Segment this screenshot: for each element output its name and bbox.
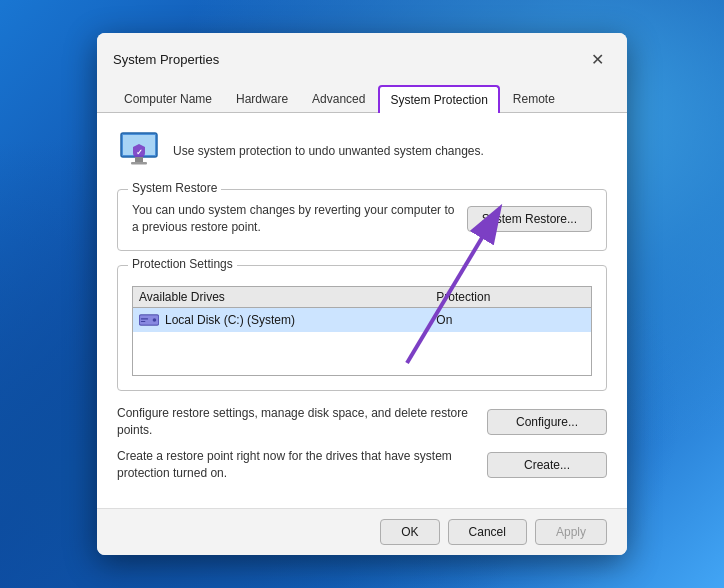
ok-button[interactable]: OK — [380, 519, 439, 545]
drive-protection-cell: On — [436, 313, 585, 327]
create-section: Create a restore point right now for the… — [117, 448, 607, 482]
system-restore-section: System Restore You can undo system chang… — [117, 189, 607, 251]
col-protection: Protection — [436, 290, 585, 304]
system-restore-row: You can undo system changes by reverting… — [132, 202, 592, 236]
top-description: Use system protection to undo unwanted s… — [173, 144, 484, 158]
tab-hardware[interactable]: Hardware — [225, 85, 299, 112]
close-button[interactable]: ✕ — [583, 45, 611, 73]
table-row[interactable]: Local Disk (C:) (System) On — [133, 308, 591, 332]
svg-rect-4 — [131, 162, 147, 165]
svg-rect-3 — [135, 157, 143, 162]
configure-button[interactable]: Configure... — [487, 409, 607, 435]
tab-content: ✓ Use system protection to undo unwanted… — [97, 113, 627, 508]
create-button[interactable]: Create... — [487, 452, 607, 478]
system-protection-icon: ✓ — [117, 129, 161, 173]
protection-settings-label: Protection Settings — [128, 257, 237, 271]
dialog-title: System Properties — [113, 52, 219, 67]
configure-section: Configure restore settings, manage disk … — [117, 405, 607, 439]
drive-name-cell: Local Disk (C:) (System) — [139, 312, 436, 328]
cancel-button[interactable]: Cancel — [448, 519, 527, 545]
tab-advanced[interactable]: Advanced — [301, 85, 376, 112]
top-section: ✓ Use system protection to undo unwanted… — [117, 129, 607, 173]
system-restore-label: System Restore — [128, 181, 221, 195]
system-restore-description: You can undo system changes by reverting… — [132, 202, 457, 236]
system-properties-dialog: System Properties ✕ Computer Name Hardwa… — [97, 33, 627, 555]
tab-remote[interactable]: Remote — [502, 85, 566, 112]
title-bar: System Properties ✕ — [97, 33, 627, 73]
col-drives: Available Drives — [139, 290, 436, 304]
drive-icon — [139, 312, 159, 328]
drives-table: Available Drives Protection Local D — [132, 286, 592, 376]
create-description: Create a restore point right now for the… — [117, 448, 477, 482]
apply-button[interactable]: Apply — [535, 519, 607, 545]
system-restore-button[interactable]: System Restore... — [467, 206, 592, 232]
svg-point-7 — [153, 318, 157, 322]
svg-rect-9 — [141, 321, 146, 322]
table-header: Available Drives Protection — [133, 287, 591, 308]
dialog-footer: OK Cancel Apply — [97, 508, 627, 555]
svg-text:✓: ✓ — [136, 148, 143, 157]
tab-computer-name[interactable]: Computer Name — [113, 85, 223, 112]
tab-system-protection[interactable]: System Protection — [378, 85, 499, 113]
configure-description: Configure restore settings, manage disk … — [117, 405, 477, 439]
tab-bar: Computer Name Hardware Advanced System P… — [97, 77, 627, 113]
protection-settings-section: Protection Settings Available Drives Pro… — [117, 265, 607, 391]
svg-rect-8 — [141, 318, 148, 319]
